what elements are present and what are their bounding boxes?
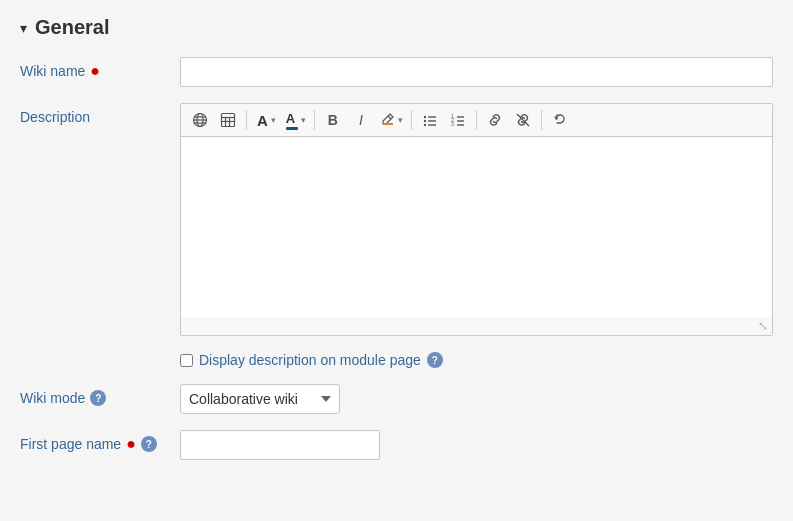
description-control: A ▾ A ▾ B I xyxy=(180,103,773,336)
wiki-mode-select[interactable]: Collaborative wiki Individual wiki xyxy=(180,384,340,414)
required-icon: ● xyxy=(90,63,100,79)
section-title: General xyxy=(35,16,109,39)
toolbar-separator-1 xyxy=(246,110,247,130)
first-page-name-label: First page name ● ? xyxy=(20,430,180,452)
resize-icon: ⤡ xyxy=(758,319,768,333)
svg-point-12 xyxy=(424,120,426,122)
wiki-mode-label: Wiki mode ? xyxy=(20,384,180,406)
font-color-toolbar-button[interactable]: A ▾ xyxy=(281,108,309,132)
wiki-name-control xyxy=(180,57,773,87)
font-size-toolbar-button[interactable]: A ▾ xyxy=(252,108,279,132)
wiki-name-row: Wiki name ● xyxy=(20,57,773,87)
highlight-toolbar-button[interactable]: ▾ xyxy=(376,108,406,132)
svg-point-11 xyxy=(424,116,426,118)
first-page-help-icon[interactable]: ? xyxy=(141,436,157,452)
toolbar-separator-3 xyxy=(411,110,412,130)
svg-text:3.: 3. xyxy=(451,121,455,127)
unordered-list-toolbar-button[interactable] xyxy=(417,108,443,132)
editor-body[interactable] xyxy=(181,137,772,317)
editor-toolbar: A ▾ A ▾ B I xyxy=(181,104,772,137)
chevron-down-icon[interactable]: ▾ xyxy=(20,20,27,36)
table-toolbar-button[interactable] xyxy=(215,108,241,132)
wiki-mode-control: Collaborative wiki Individual wiki xyxy=(180,384,773,414)
toolbar-separator-2 xyxy=(314,110,315,130)
ordered-list-toolbar-button[interactable]: 1. 2. 3. xyxy=(445,108,471,132)
wiki-mode-help-icon[interactable]: ? xyxy=(90,390,106,406)
globe-toolbar-button[interactable] xyxy=(187,108,213,132)
unlink-toolbar-button[interactable] xyxy=(510,108,536,132)
section-container: ▾ General Wiki name ● Description xyxy=(20,16,773,460)
description-row: Description xyxy=(20,103,773,336)
toolbar-separator-5 xyxy=(541,110,542,130)
link-toolbar-button[interactable] xyxy=(482,108,508,132)
editor-resize-handle: ⤡ xyxy=(181,317,772,335)
toolbar-separator-4 xyxy=(476,110,477,130)
wiki-name-label: Wiki name ● xyxy=(20,57,180,79)
description-label: Description xyxy=(20,103,180,125)
display-description-checkbox[interactable] xyxy=(180,354,193,367)
wiki-name-input[interactable] xyxy=(180,57,773,87)
section-header: ▾ General xyxy=(20,16,773,39)
display-description-row: Display description on module page ? xyxy=(180,352,773,368)
first-page-name-control xyxy=(180,430,773,460)
first-page-required-icon: ● xyxy=(126,436,136,452)
editor-container: A ▾ A ▾ B I xyxy=(180,103,773,336)
svg-rect-5 xyxy=(222,114,235,127)
italic-toolbar-button[interactable]: I xyxy=(348,108,374,132)
bold-toolbar-button[interactable]: B xyxy=(320,108,346,132)
display-description-label[interactable]: Display description on module page xyxy=(199,352,421,368)
undo-toolbar-button[interactable] xyxy=(547,108,573,132)
first-page-name-row: First page name ● ? xyxy=(20,430,773,460)
svg-rect-10 xyxy=(383,123,393,125)
svg-point-13 xyxy=(424,124,426,126)
wiki-mode-row: Wiki mode ? Collaborative wiki Individua… xyxy=(20,384,773,414)
display-description-help-icon[interactable]: ? xyxy=(427,352,443,368)
first-page-name-input[interactable] xyxy=(180,430,380,460)
